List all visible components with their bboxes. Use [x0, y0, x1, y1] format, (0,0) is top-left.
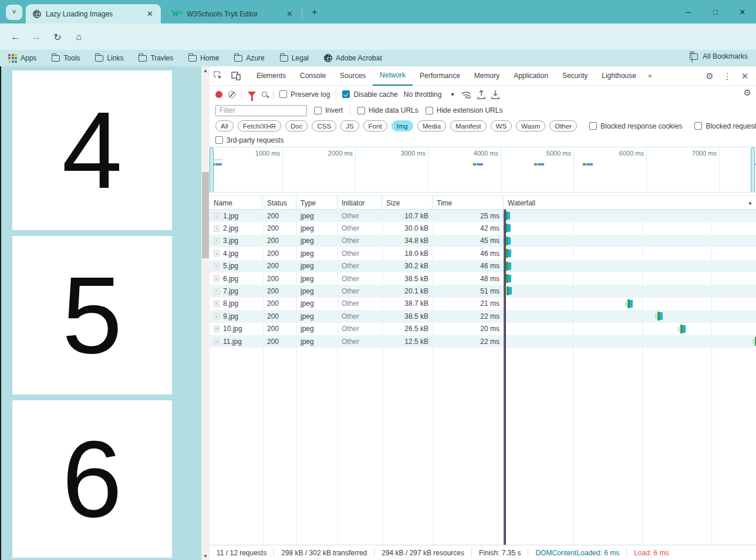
network-request-row[interactable]: 66.jpg200jpegOther38.5 kB48 ms [210, 272, 756, 285]
hide-data-urls-checkbox[interactable]: Hide data URLs [357, 106, 419, 114]
filter-pill-img[interactable]: Img [392, 120, 413, 131]
filter-pill-js[interactable]: JS [340, 120, 359, 131]
filter-pill-ws[interactable]: WS [491, 120, 512, 131]
sort-ascending-icon[interactable]: ▲ [748, 200, 752, 205]
back-button[interactable]: ← [8, 30, 22, 44]
network-request-row[interactable]: 44.jpg200jpegOther18.0 kB46 ms [210, 247, 756, 259]
import-har-icon[interactable] [477, 90, 485, 99]
cell-initiator: Other [338, 260, 382, 272]
browser-tab-active[interactable]: Lazy Loading Images ✕ [26, 4, 161, 23]
filter-pill-fetch-xhr[interactable]: Fetch/XHR [238, 120, 281, 131]
cell-type: jpeg [296, 298, 338, 310]
tab-search-chevron-icon[interactable]: ˅ [6, 5, 22, 20]
hide-extension-urls-checkbox[interactable]: Hide extension URLs [426, 106, 503, 114]
column-header-size[interactable]: Size [382, 196, 433, 210]
network-request-row[interactable]: 88.jpg200jpegOther38.7 kB21 ms [210, 298, 756, 310]
cell-time: 48 ms [433, 272, 504, 285]
filter-pill-wasm[interactable]: Wasm [516, 120, 545, 131]
network-conditions-icon[interactable] [461, 90, 471, 99]
home-button[interactable]: ⌂ [72, 30, 86, 44]
devtools-tab-memory[interactable]: Memory [467, 66, 507, 86]
cell-size: 30.0 kB [382, 222, 433, 234]
throttling-dropdown[interactable]: No throttling ▼ [404, 90, 455, 99]
devtools-close-icon[interactable]: ✕ [737, 69, 752, 83]
bookmark-item[interactable]: Links [95, 54, 123, 62]
filter-pill-other[interactable]: Other [549, 120, 577, 131]
tab-close-icon[interactable]: ✕ [145, 9, 155, 18]
window-maximize-button[interactable]: □ [702, 0, 729, 23]
filter-pill-css[interactable]: CSS [312, 120, 336, 131]
network-settings-gear-icon[interactable]: ⚙ [744, 87, 751, 98]
forward-button[interactable]: → [29, 30, 43, 44]
search-icon[interactable] [262, 92, 267, 97]
filter-pill-all[interactable]: All [215, 120, 234, 131]
bookmark-item[interactable]: Home [188, 54, 219, 62]
bookmark-item[interactable]: Adobe Acrobat [324, 54, 382, 62]
network-request-row[interactable]: 1010.jpg200jpegOther26.5 kB20 ms [210, 323, 756, 335]
devtools-tab-network[interactable]: Network [373, 66, 413, 86]
bookmark-item[interactable]: Tools [52, 54, 80, 62]
network-request-row[interactable]: 1111.jpg200jpegOther12.5 kB22 ms [210, 335, 756, 348]
network-request-row[interactable]: 77.jpg200jpegOther20.1 kB51 ms [210, 285, 756, 297]
blocked-response-cookies-checkbox[interactable]: Blocked response cookies [589, 122, 682, 130]
image-thumbnail: 10 [214, 326, 220, 332]
column-header-initiator[interactable]: Initiator [338, 196, 382, 210]
filter-pill-doc[interactable]: Doc [285, 120, 308, 131]
devtools-tab-performance[interactable]: Performance [413, 66, 467, 86]
export-har-icon[interactable] [491, 90, 500, 99]
bookmark-item[interactable]: Legal [280, 54, 309, 62]
new-tab-button[interactable]: + [308, 5, 322, 19]
devtools-tab-lighthouse[interactable]: Lighthouse [595, 66, 643, 86]
inspect-element-icon[interactable] [210, 69, 227, 83]
filter-icon[interactable] [248, 92, 256, 97]
bookmark-item[interactable]: Travles [139, 54, 173, 62]
column-header-name[interactable]: Name [210, 196, 263, 210]
column-header-type[interactable]: Type [296, 196, 338, 210]
tab-close-icon[interactable]: ✕ [285, 9, 295, 18]
preserve-log-checkbox[interactable]: Preserve log [279, 90, 330, 99]
third-party-requests-checkbox[interactable]: 3rd-party requests [215, 134, 284, 146]
filter-pill-manifest[interactable]: Manifest [450, 120, 486, 131]
bookmark-item[interactable]: Azure [234, 54, 264, 62]
column-header-waterfall[interactable]: Waterfall [504, 196, 756, 210]
overview-left-handle[interactable] [210, 147, 214, 193]
devtools-tab-security[interactable]: Security [555, 66, 595, 86]
device-toolbar-icon[interactable] [227, 69, 245, 83]
network-request-row[interactable]: 22.jpg200jpegOther30.0 kB42 ms [210, 222, 756, 234]
bookmarks-bar: AppsToolsLinksTravlesHomeAzureLegalAdobe… [0, 50, 756, 66]
blocked-requests-checkbox[interactable]: Blocked requests [694, 122, 756, 130]
reload-button[interactable]: ↻ [50, 30, 65, 44]
clear-network-log-icon[interactable] [228, 91, 235, 98]
browser-tab-inactive[interactable]: W³ W3Schools Tryit Editor ✕ [164, 4, 301, 23]
page-scrollbar[interactable]: ▲ ▼ [201, 66, 210, 560]
scrollbar-thumb[interactable] [202, 172, 209, 258]
network-overview-timeline[interactable]: 1000 ms2000 ms3000 ms4000 ms5000 ms6000 … [210, 147, 756, 193]
invert-checkbox[interactable]: Invert [314, 106, 343, 114]
overview-right-handle[interactable] [751, 147, 755, 193]
devtools-tab-elements[interactable]: Elements [249, 66, 293, 86]
network-request-row[interactable]: 33.jpg200jpegOther34.8 kB45 ms [210, 235, 756, 247]
filter-pill-font[interactable]: Font [363, 120, 387, 131]
bookmark-item[interactable]: Apps [8, 54, 36, 63]
window-close-button[interactable]: ✕ [729, 0, 756, 23]
devtools-tab-application[interactable]: Application [507, 66, 555, 86]
column-header-status[interactable]: Status [263, 196, 296, 210]
disable-cache-checkbox[interactable]: Disable cache [342, 90, 397, 99]
window-minimize-button[interactable]: ─ [675, 0, 702, 23]
filter-pill-media[interactable]: Media [417, 120, 446, 131]
network-request-row[interactable]: 55.jpg200jpegOther30.2 kB46 ms [210, 260, 756, 272]
record-network-log-icon[interactable] [215, 91, 222, 98]
all-bookmarks-button[interactable]: All Bookmarks [690, 52, 748, 60]
column-header-time[interactable]: Time [433, 196, 504, 210]
devtools-menu-icon[interactable]: ⋮ [720, 69, 735, 83]
devtools-tab-console[interactable]: Console [293, 66, 333, 86]
scroll-up-icon[interactable]: ▲ [201, 66, 210, 75]
devtools-settings-gear-icon[interactable]: ⚙ [702, 69, 717, 83]
scroll-down-icon[interactable]: ▼ [201, 552, 210, 560]
more-tabs-icon[interactable]: » [643, 72, 657, 80]
network-request-row[interactable]: 99.jpg200jpegOther38.5 kB22 ms [210, 310, 756, 322]
filter-input[interactable] [215, 105, 307, 116]
devtools-tab-sources[interactable]: Sources [333, 66, 373, 86]
cell-initiator: Other [338, 247, 382, 259]
network-request-row[interactable]: 11.jpg200jpegOther10.7 kB25 ms [210, 210, 756, 222]
